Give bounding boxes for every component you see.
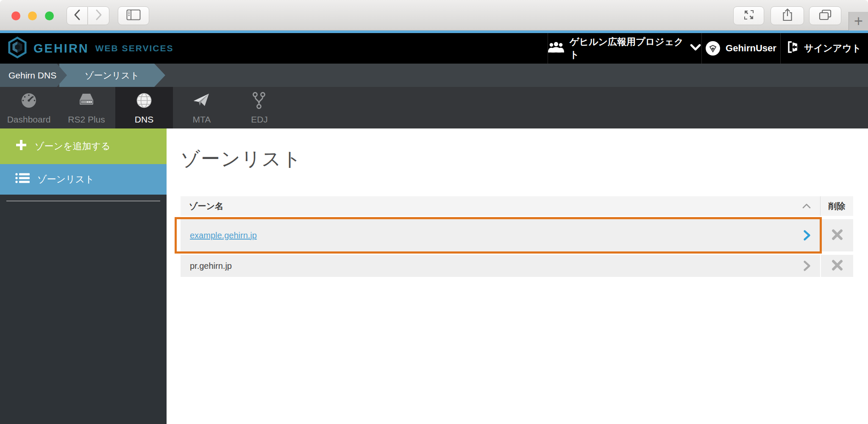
sidebar-item-zone-list[interactable]: ゾーンリスト bbox=[0, 164, 167, 195]
project-name-label: ゲヒルン広報用プロジェクト bbox=[570, 36, 684, 61]
browser-titlebar: + bbox=[0, 0, 868, 31]
signout-button[interactable]: サインアウト bbox=[780, 33, 868, 64]
zone-name-text: pr.gehirn.jp bbox=[190, 261, 232, 271]
git-fork-icon bbox=[250, 91, 269, 112]
zone-link[interactable]: example.gehirn.jp bbox=[190, 231, 257, 240]
tab-overview-button[interactable] bbox=[809, 6, 841, 25]
breadcrumb: ゾーンリスト Gehirn DNS bbox=[0, 64, 868, 87]
breadcrumb-label: Gehirn DNS bbox=[8, 70, 56, 81]
breadcrumb-item-gehirn-dns[interactable]: Gehirn DNS bbox=[0, 64, 67, 87]
nav-item-mta[interactable]: MTA bbox=[173, 87, 231, 128]
paper-plane-icon bbox=[192, 91, 211, 112]
product-nav: Dashboard RS2 Plus DNS MTA EDJ bbox=[0, 87, 868, 128]
nav-label: RS2 Plus bbox=[68, 114, 105, 125]
delete-column-header: 削除 bbox=[820, 196, 853, 216]
zone-column-label: ゾーン名 bbox=[189, 201, 223, 212]
window-minimize-button[interactable] bbox=[28, 11, 37, 20]
gehirn-hexagon-icon bbox=[8, 36, 27, 60]
user-name-label: GehirnUser bbox=[726, 43, 776, 54]
add-zone-button[interactable]: ゾーンを追加する bbox=[0, 128, 167, 164]
nav-label: MTA bbox=[193, 114, 211, 125]
delete-x-icon bbox=[832, 229, 843, 242]
signout-label: サインアウト bbox=[804, 42, 861, 55]
brand-suffix: WEB SERVICES bbox=[95, 43, 174, 53]
project-selector[interactable]: ゲヒルン広報用プロジェクト bbox=[548, 33, 701, 64]
app-header: GEHIRN WEB SERVICES ゲヒルン広報用プロジェクト Gehirn… bbox=[0, 33, 868, 64]
main-content: ゾーンリスト ゾーン名 削除 example.gehirn.jp bbox=[167, 128, 868, 424]
zone-table-header: ゾーン名 削除 bbox=[181, 196, 853, 216]
nav-label: DNS bbox=[135, 114, 153, 125]
zone-list-label: ゾーンリスト bbox=[37, 173, 95, 186]
user-avatar bbox=[706, 41, 720, 56]
nav-item-edj[interactable]: EDJ bbox=[231, 87, 288, 128]
forward-icon bbox=[94, 8, 103, 23]
zone-name-column-header[interactable]: ゾーン名 bbox=[181, 196, 820, 216]
tabs-icon bbox=[818, 9, 832, 22]
plus-icon bbox=[15, 139, 27, 153]
zone-cell: pr.gehirn.jp bbox=[181, 255, 820, 277]
chevron-right-icon[interactable] bbox=[803, 230, 811, 241]
share-button[interactable] bbox=[771, 6, 804, 25]
zone-row-example: example.gehirn.jp bbox=[181, 219, 853, 251]
chevron-down-icon bbox=[690, 43, 701, 54]
delete-column-label: 削除 bbox=[829, 201, 846, 212]
sort-ascending-icon[interactable] bbox=[801, 203, 812, 209]
nav-item-dns[interactable]: DNS bbox=[115, 87, 173, 128]
plus-icon: + bbox=[854, 12, 863, 30]
list-icon bbox=[15, 173, 30, 186]
brand-name: GEHIRN bbox=[33, 42, 89, 56]
zone-cell: example.gehirn.jp bbox=[181, 219, 820, 251]
fullscreen-button[interactable] bbox=[733, 6, 764, 25]
nav-item-rs2-plus[interactable]: RS2 Plus bbox=[58, 87, 115, 128]
chevron-right-icon[interactable] bbox=[803, 260, 811, 271]
share-icon bbox=[782, 8, 793, 23]
gehirn-logo[interactable]: GEHIRN WEB SERVICES bbox=[8, 36, 173, 60]
window-zoom-button[interactable] bbox=[45, 11, 54, 20]
add-zone-label: ゾーンを追加する bbox=[35, 140, 111, 153]
nav-label: EDJ bbox=[251, 114, 268, 125]
server-icon bbox=[77, 91, 96, 112]
fullscreen-icon bbox=[743, 8, 755, 23]
delete-zone-button[interactable] bbox=[820, 219, 853, 251]
sidebar-toggle-icon bbox=[126, 9, 141, 22]
zone-row-pr: pr.gehirn.jp bbox=[181, 255, 853, 277]
delete-zone-button[interactable] bbox=[820, 255, 853, 277]
new-tab-button[interactable]: + bbox=[849, 12, 868, 31]
header-actions: ゲヒルン広報用プロジェクト GehirnUser サインアウト bbox=[548, 33, 868, 64]
globe-icon bbox=[134, 91, 154, 112]
sidebar-toggle-button[interactable] bbox=[118, 6, 149, 25]
back-button[interactable] bbox=[67, 6, 88, 25]
user-menu[interactable]: GehirnUser bbox=[701, 33, 780, 64]
breadcrumb-item-zone-list[interactable]: ゾーンリスト bbox=[59, 64, 165, 87]
delete-x-icon bbox=[832, 259, 843, 273]
page-title: ゾーンリスト bbox=[181, 146, 302, 172]
dashboard-gauge-icon bbox=[19, 91, 39, 112]
sidebar-divider bbox=[6, 201, 160, 201]
breadcrumb-label: ゾーンリスト bbox=[85, 70, 139, 81]
browser-window: + GEHIRN WEB SERVICES ゲヒルン広報用プロジェクト bbox=[0, 0, 868, 424]
back-icon bbox=[72, 8, 82, 23]
sidebar: ゾーンを追加する ゾーンリスト bbox=[0, 128, 167, 424]
users-group-icon bbox=[548, 41, 564, 56]
signout-door-icon bbox=[787, 41, 798, 56]
nav-item-dashboard[interactable]: Dashboard bbox=[0, 87, 58, 128]
window-close-button[interactable] bbox=[11, 11, 20, 20]
forward-button[interactable] bbox=[88, 6, 109, 25]
nav-label: Dashboard bbox=[7, 114, 51, 125]
zone-table: ゾーン名 削除 example.gehirn.jp bbox=[181, 196, 853, 277]
